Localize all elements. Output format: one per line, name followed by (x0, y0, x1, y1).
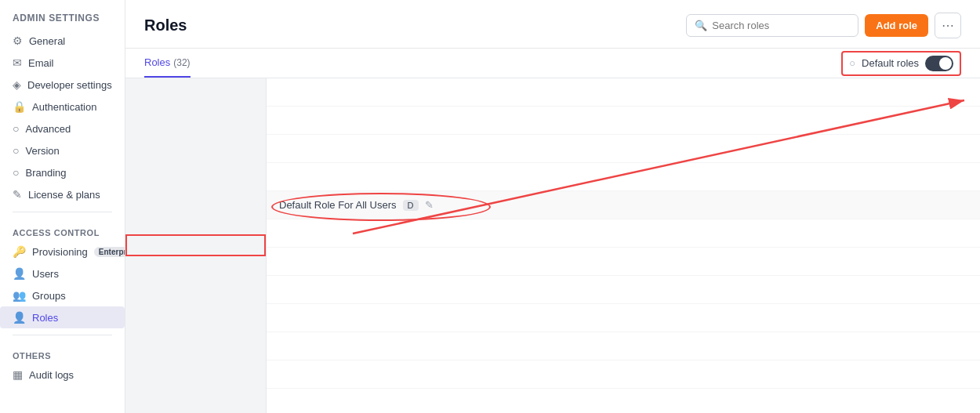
sidebar-title: Admin settings (0, 13, 125, 30)
table-row (267, 389, 980, 414)
sidebar-item-provisioning[interactable]: 🔑 Provisioning Enterprise (0, 241, 125, 263)
roles-table: Default Role For All Users D ✎ (267, 78, 980, 413)
role-name-cell: Default Role For All Users D ✎ (267, 191, 769, 219)
role-name-cell (267, 276, 769, 304)
sidebar-item-general[interactable]: ⚙ General (0, 30, 125, 52)
more-options-button[interactable]: ⋯ (935, 13, 961, 38)
table-row (267, 107, 980, 135)
role-name-cell (267, 107, 769, 135)
table-row (267, 219, 980, 248)
sidebar-item-label: Users (32, 268, 59, 280)
tab-roles[interactable]: Roles(32) (144, 49, 191, 78)
tab-roles-label: Roles (144, 56, 170, 68)
role-created-cell (840, 163, 910, 191)
default-role-name: Default Role For All Users (279, 199, 397, 211)
role-name-cell (267, 332, 769, 360)
sidebar-item-label: Groups (32, 290, 66, 302)
sidebar-item-label: Branding (25, 167, 66, 179)
tabs-row: Roles(32) ○ Default roles (125, 49, 980, 78)
role-updated-cell (909, 163, 980, 191)
page-header: Roles 🔍 Add role ⋯ (125, 0, 980, 49)
provisioning-icon: 🔑 (13, 245, 26, 258)
role-name-cell (267, 135, 769, 163)
default-badge: D (403, 200, 419, 211)
divider-2 (13, 335, 112, 335)
table-row (267, 304, 980, 332)
sidebar-item-label: Version (25, 145, 59, 157)
search-box[interactable]: 🔍 (686, 14, 858, 37)
role-users-cell (769, 135, 840, 163)
sidebar-item-label: Authentication (32, 101, 96, 113)
role-updated-cell (909, 78, 980, 107)
branding-icon: ○ (13, 166, 19, 179)
groups-icon: 👥 (13, 289, 26, 302)
table-row (267, 78, 980, 107)
table-row (267, 135, 980, 163)
main-content: Roles 🔍 Add role ⋯ Roles(32) ○ Default r… (125, 0, 980, 413)
default-roles-toggle-container: ○ Default roles (841, 51, 961, 76)
role-name-cell (267, 219, 769, 248)
role-name-cell (267, 389, 769, 414)
role-updated-cell (909, 191, 980, 219)
sidebar-item-license[interactable]: ✎ License & plans (0, 183, 125, 205)
sidebar-item-label: Advanced (25, 123, 71, 135)
sidebar-item-label: Developer settings (27, 79, 112, 91)
sidebar: Admin settings ⚙ General ✉ Email ◈ Devel… (0, 0, 125, 413)
page-title: Roles (144, 16, 187, 34)
role-created-cell (840, 191, 910, 219)
divider-1 (13, 212, 112, 212)
sidebar-item-developer-settings[interactable]: ◈ Developer settings (0, 74, 125, 96)
role-name-cell (267, 78, 769, 107)
default-roles-toggle[interactable] (925, 56, 953, 71)
left-panel (125, 78, 267, 413)
sidebar-item-users[interactable]: 👤 Users (0, 263, 125, 284)
role-users-cell (769, 191, 840, 219)
sidebar-item-branding[interactable]: ○ Branding (0, 161, 125, 183)
sidebar-item-label: General (29, 35, 65, 47)
table-row (267, 163, 980, 191)
developer-icon: ◈ (13, 78, 21, 91)
role-created-cell (840, 107, 910, 135)
sidebar-item-email[interactable]: ✉ Email (0, 52, 125, 74)
general-icon: ⚙ (13, 34, 23, 47)
enterprise-badge: Enterprise (94, 247, 125, 257)
access-control-section-label: Access control (0, 219, 125, 241)
default-roles-icon: ○ (849, 57, 855, 69)
role-users-cell (769, 163, 840, 191)
add-role-button[interactable]: Add role (865, 14, 928, 37)
search-input[interactable] (712, 20, 850, 31)
role-updated-cell (909, 107, 980, 135)
default-roles-label: Default roles (862, 57, 919, 69)
table-row (267, 248, 980, 276)
sidebar-item-groups[interactable]: 👥 Groups (0, 284, 125, 306)
sidebar-item-label: Provisioning (32, 246, 88, 258)
role-created-cell (840, 78, 910, 107)
sidebar-item-label: Audit logs (29, 369, 74, 381)
sidebar-item-version[interactable]: ○ Version (0, 139, 125, 161)
table-row (267, 332, 980, 360)
role-name-cell (267, 163, 769, 191)
sidebar-item-authentication[interactable]: 🔒 Authentication (0, 96, 125, 118)
roles-sidebar-highlight (125, 234, 266, 256)
role-name-content: Default Role For All Users D ✎ (279, 199, 757, 211)
search-icon: 🔍 (695, 20, 707, 31)
table-row (267, 276, 980, 304)
content-area: Default Role For All Users D ✎ (125, 78, 980, 413)
sidebar-item-roles[interactable]: 👤 Roles (0, 306, 125, 328)
sidebar-item-advanced[interactable]: ○ Advanced (0, 118, 125, 139)
role-created-cell (840, 135, 910, 163)
tab-roles-count: (32) (173, 57, 190, 68)
others-section-label: Others (0, 342, 125, 364)
sidebar-item-label: Roles (32, 312, 58, 324)
role-users-cell (769, 107, 840, 135)
advanced-icon: ○ (13, 122, 19, 135)
sidebar-item-label: License & plans (28, 189, 100, 201)
default-role-row: Default Role For All Users D ✎ (267, 191, 980, 219)
sidebar-item-label: Email (28, 57, 54, 69)
role-updated-cell (909, 135, 980, 163)
roles-table-container: Default Role For All Users D ✎ (267, 78, 980, 413)
sidebar-item-audit-logs[interactable]: ▦ Audit logs (0, 364, 125, 386)
audit-icon: ▦ (13, 368, 23, 381)
edit-role-icon[interactable]: ✎ (425, 199, 434, 211)
role-name-cell (267, 248, 769, 276)
